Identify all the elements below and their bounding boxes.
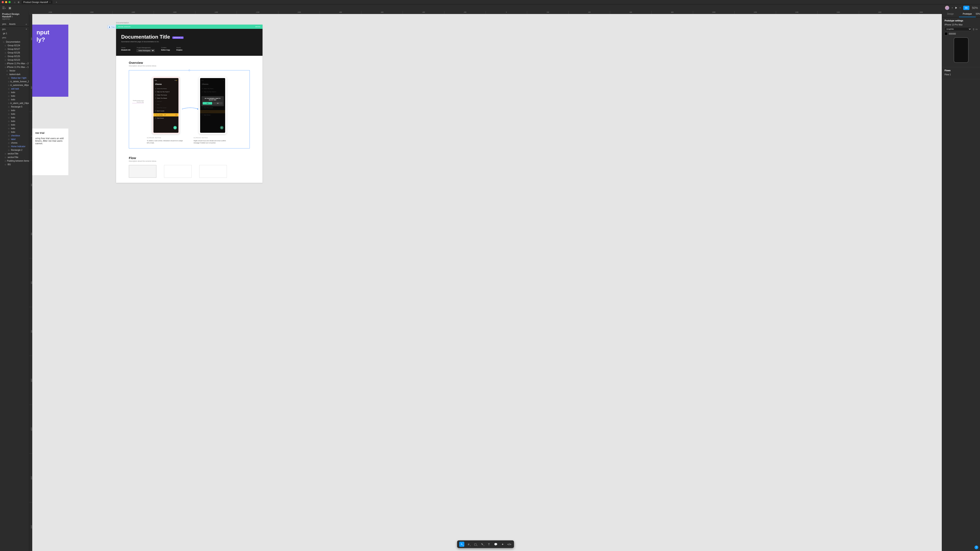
layer-item[interactable]: ◇todo <box>0 116 29 119</box>
frame-label[interactable]: Documentation <box>116 22 129 24</box>
canvas-area[interactable]: -2200-2000-1800-1600-1400-1200-1000-800-… <box>29 11 942 551</box>
highlighted-task[interactable]: ☐ Do Laundry ⏱ 🗑 <box>153 113 178 116</box>
delete-icon[interactable]: 🗑 <box>175 114 178 116</box>
overview-selection-box[interactable]: Padding between items should be 24px <box>129 70 250 148</box>
layer-item[interactable]: ◇BG <box>0 163 29 166</box>
orientation-icon-2[interactable]: ▭ <box>975 28 977 30</box>
shape-tool[interactable]: ▢▾ <box>473 541 478 547</box>
search-icon[interactable]: ⌕ <box>25 23 27 25</box>
maximize-window-button[interactable] <box>8 1 11 3</box>
layer-item[interactable]: ◇todo <box>0 123 29 127</box>
design-tab[interactable]: Design <box>942 11 959 17</box>
layer-item[interactable]: ◇todo <box>0 127 29 130</box>
layer-item[interactable]: ◇Group 92123 <box>0 58 29 62</box>
layer-item[interactable]: ◇Group 92125 <box>0 54 29 58</box>
layer-item[interactable]: ◇Group 92124 <box>0 44 29 47</box>
documentation-frame[interactable]: PHONE HANDOFF BRAND Documentation Title … <box>116 25 262 183</box>
minimize-window-button[interactable] <box>5 1 7 3</box>
dev-mode-tool[interactable]: </> <box>507 541 512 547</box>
task-item[interactable]: ✓Vacuum <box>155 100 177 103</box>
layer-item[interactable]: ◇sectionTitle <box>0 152 29 156</box>
layer-item[interactable]: ◇chores <box>0 141 29 144</box>
modal-yes-button[interactable]: YES <box>203 102 212 105</box>
layer-item[interactable]: ◇ic_autorenew_48px 1 <box>0 83 29 87</box>
assets-tab[interactable]: Assets <box>9 23 16 25</box>
task-item[interactable]: ☐Wash The Sheets <box>155 97 177 100</box>
layer-item[interactable]: ◇ic_alarm_add_24px 1 <box>0 102 29 105</box>
comment-tool[interactable]: 💬 <box>493 541 498 547</box>
layer-item[interactable]: ◇todo <box>0 98 29 102</box>
close-tab-icon[interactable]: × <box>49 1 51 3</box>
device-name[interactable]: iPhone 13 Pro Max <box>945 24 963 26</box>
task-item[interactable]: ✓Dust The Lamps <box>155 106 177 109</box>
home-icon[interactable]: ⌂ <box>14 1 16 3</box>
layer-item[interactable]: ◇label <box>0 137 29 141</box>
purple-frame[interactable]: nput ly? <box>32 25 68 97</box>
add-fab-dim[interactable]: + <box>220 126 223 129</box>
page-item[interactable]: ge 1 <box>0 32 29 35</box>
layer-item[interactable]: ◇todo <box>0 130 29 134</box>
help-button[interactable]: ? <box>974 545 978 549</box>
file-name[interactable]: Product Design Handoff ▾ <box>2 13 27 18</box>
task-item[interactable]: ☐Eat A Cookie <box>155 109 177 113</box>
text-tool[interactable]: T <box>487 541 492 547</box>
timer-icon[interactable]: ⏱ <box>164 114 167 116</box>
flow-item[interactable]: Flow 1 <box>945 73 977 76</box>
move-tool[interactable]: ↖▾ <box>459 541 465 547</box>
layer-item[interactable]: ◇ic_delete_forever_24px 1 <box>0 80 29 83</box>
layer-item[interactable]: ◇sectionTitle <box>0 156 29 159</box>
avatar-chevron-icon[interactable]: ▾ <box>952 7 953 9</box>
modal-no-button[interactable]: NO <box>213 102 223 105</box>
add-fab[interactable]: + <box>173 126 177 129</box>
present-button[interactable] <box>955 7 957 9</box>
layer-item[interactable]: ◇Group 92126 <box>0 51 29 54</box>
layer-item[interactable]: ◇todo <box>0 94 29 98</box>
layer-item[interactable]: ◇Vector <box>0 69 29 73</box>
plugin-tool[interactable]: ✦ <box>500 541 505 547</box>
layer-item[interactable]: ◇checkbox <box>0 134 29 137</box>
layer-item[interactable]: ◇iPhone 11 Pro Max – 2 <box>0 62 29 65</box>
panel-toggle-icon[interactable]: ▣ <box>8 6 11 10</box>
present-chevron-icon[interactable]: ▾ <box>959 7 961 9</box>
selection-handle[interactable] <box>189 70 190 71</box>
layer-item[interactable]: ◇todo <box>0 119 29 123</box>
task-item[interactable]: ✓Mop <box>155 103 177 106</box>
flow-box-1[interactable] <box>129 165 156 178</box>
bg-color-value[interactable]: 000000 <box>949 33 956 35</box>
new-tab-button[interactable]: + <box>56 1 57 3</box>
white-frame[interactable]: ree trial uring free trial users an add … <box>32 129 68 175</box>
layer-item[interactable]: ◇tasked-dark <box>0 73 29 76</box>
frame-tool[interactable]: #▾ <box>466 541 471 547</box>
layer-item[interactable]: ◇Group 92127 <box>0 47 29 51</box>
layer-item[interactable]: ◇Documentation <box>0 40 29 44</box>
canvas[interactable]: nput ly? ree trial uring free trial user… <box>32 14 942 551</box>
layer-item[interactable]: ◇Rectangle 2 <box>0 148 29 152</box>
bg-color-chip[interactable] <box>945 32 948 35</box>
task-item[interactable]: ☐Clean The House <box>155 93 177 97</box>
flow-box-3[interactable] <box>199 165 227 178</box>
file-tab[interactable]: Product Design Handoff × <box>22 0 52 4</box>
layer-item[interactable]: ◇Rectangle 5 <box>0 105 29 109</box>
layer-item[interactable]: ◇iPhone 11 Pro Max – 1 <box>0 65 29 69</box>
screen-1[interactable]: 9:41•ıl ⚡ Chores ☑Water The Plants☐Take … <box>147 77 185 144</box>
screen-2[interactable]: 9:41•ıl Chores ☑ Water The Plants ☐ Take… <box>194 77 232 144</box>
prototype-tab[interactable]: Prototype <box>959 11 976 17</box>
menu-icon[interactable]: ☰▾ <box>2 6 6 10</box>
preset-select[interactable]: Graphite <box>945 27 972 31</box>
task-item[interactable]: ☑Water The Plants <box>155 87 177 90</box>
task-item[interactable]: ☐Start Dinner <box>155 116 177 120</box>
layer-item[interactable]: ◇Status bar / light <box>0 76 29 80</box>
close-window-button[interactable] <box>2 1 4 3</box>
prototype-arrow[interactable] <box>182 107 199 111</box>
layer-item[interactable]: ◇todo <box>0 109 29 112</box>
layer-item[interactable]: ◇Home Indicator <box>0 144 29 148</box>
layer-item[interactable]: ◇add task <box>0 87 29 91</box>
layers-tab[interactable]: yers <box>2 23 6 25</box>
zoom-level[interactable]: 50% <box>972 6 978 10</box>
layer-item[interactable]: ◇Padding between items should be <box>0 159 29 163</box>
meta-pm-select[interactable]: Select Workspace <box>137 49 155 52</box>
zoom-display[interactable]: 50% <box>976 11 980 17</box>
layer-item[interactable]: ◇todo <box>0 112 29 116</box>
flow-box-2[interactable] <box>164 165 192 178</box>
add-page-icon[interactable]: + <box>25 28 27 30</box>
